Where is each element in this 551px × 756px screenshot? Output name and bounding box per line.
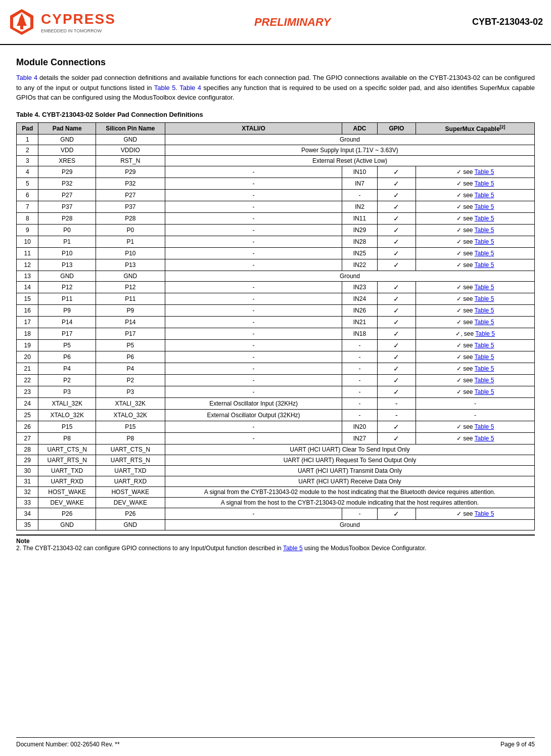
table-row: 5P32P32-IN7✓✓ see Table 5 — [17, 177, 535, 189]
cell-gpio: ✓ — [377, 508, 416, 519]
cell-xtal: - — [165, 224, 342, 236]
table5-super-link[interactable]: Table 5 — [475, 377, 494, 384]
table5-super-link[interactable]: Table 5 — [475, 238, 494, 245]
cell-supermux: - — [416, 409, 535, 421]
table5-super-link[interactable]: Table 5 — [475, 319, 494, 326]
table5-super-link[interactable]: Table 5 — [475, 423, 494, 430]
cell-pad: 1 — [17, 134, 38, 145]
table5-super-link[interactable]: Table 5 — [475, 435, 494, 442]
table5-super-link[interactable]: Table 5 — [475, 510, 494, 517]
cell-pad: 19 — [17, 339, 38, 351]
col-supermux: SuperMux Capable[2] — [416, 122, 535, 134]
cell-pad-name: XTALI_32K — [38, 397, 96, 409]
table5-super-link[interactable]: Table 5 — [475, 330, 495, 337]
cell-adc: IN25 — [342, 247, 377, 259]
table5-super-link[interactable]: Table 5 — [475, 192, 494, 199]
cell-pad: 4 — [17, 166, 38, 177]
cell-silicon-pin: XTALO_32K — [96, 409, 165, 421]
cell-silicon-pin: P2 — [96, 374, 165, 386]
cell-silicon-pin: HOST_WAKE — [96, 486, 165, 497]
cell-pad-name: P13 — [38, 259, 96, 271]
cell-span-description: UART (HCI UART) Transmit Data Only — [165, 465, 534, 476]
table5-super-link[interactable]: Table 5 — [475, 215, 494, 222]
table5-super-link[interactable]: Table 5 — [475, 203, 494, 210]
cell-pad-name: P14 — [38, 316, 96, 328]
cell-xtal: - — [165, 508, 342, 519]
cell-pad: 30 — [17, 465, 38, 476]
table5-super-link[interactable]: Table 5 — [475, 227, 494, 234]
cell-pad-name: P0 — [38, 224, 96, 236]
table4-link2[interactable]: Table 4 — [179, 84, 201, 92]
table-row: 16P9P9-IN26✓✓ see Table 5 — [17, 304, 535, 316]
table5-super-link[interactable]: Table 5 — [475, 365, 494, 372]
cell-silicon-pin: GND — [96, 519, 165, 530]
table-row: 9P0P0-IN29✓✓ see Table 5 — [17, 224, 535, 236]
cell-supermux: ✓ see Table 5 — [416, 224, 535, 236]
table-row: 18P17P17-IN18✓✓, see Table 5 — [17, 328, 535, 339]
cell-xtal: - — [165, 281, 342, 293]
cell-gpio: ✓ — [377, 259, 416, 271]
note-title: Note — [16, 538, 30, 545]
cell-silicon-pin: P1 — [96, 236, 165, 247]
cell-silicon-pin: P0 — [96, 224, 165, 236]
col-silicon-pin: Silicon Pin Name — [96, 122, 165, 134]
cell-silicon-pin: P29 — [96, 166, 165, 177]
cell-span-description: A signal from the host to the CYBT-21304… — [165, 497, 534, 508]
cell-xtal: - — [165, 304, 342, 316]
cell-pad: 33 — [17, 497, 38, 508]
cell-xtal: - — [165, 386, 342, 397]
cell-gpio: ✓ — [377, 189, 416, 201]
cell-pad: 22 — [17, 374, 38, 386]
svg-rect-3 — [20, 26, 23, 29]
col-adc: ADC — [342, 122, 377, 134]
cell-gpio: ✓ — [377, 236, 416, 247]
cell-adc: - — [342, 397, 377, 409]
cell-silicon-pin: P8 — [96, 432, 165, 444]
table5-super-link[interactable]: Table 5 — [475, 353, 494, 361]
table5-super-link[interactable]: Table 5 — [475, 295, 494, 302]
cell-pad-name: P10 — [38, 247, 96, 259]
cell-gpio: ✓ — [377, 177, 416, 189]
page-footer: Document Number: 002-26540 Rev. ** Page … — [16, 737, 535, 748]
cell-gpio: ✓ — [377, 339, 416, 351]
cell-supermux: ✓ see Table 5 — [416, 432, 535, 444]
cell-silicon-pin: UART_TXD — [96, 465, 165, 476]
cell-pad-name: XTALO_32K — [38, 409, 96, 421]
cell-pad-name: UART_TXD — [38, 465, 96, 476]
cell-xtal: - — [165, 339, 342, 351]
table5-super-link[interactable]: Table 5 — [475, 388, 494, 395]
table5-super-link[interactable]: Table 5 — [475, 261, 494, 269]
table-row: 2VDDVDDIOPower Supply Input (1.71V ~ 3.6… — [17, 145, 535, 155]
cell-pad: 11 — [17, 247, 38, 259]
cell-supermux: ✓ see Table 5 — [416, 339, 535, 351]
cell-xtal: - — [165, 351, 342, 363]
cell-silicon-pin: DEV_WAKE — [96, 497, 165, 508]
cell-supermux: ✓ see Table 5 — [416, 177, 535, 189]
col-gpio: GPIO — [377, 122, 416, 134]
cell-xtal: - — [165, 316, 342, 328]
table5-note-link[interactable]: Table 5 — [283, 545, 303, 552]
table-row: 10P1P1-IN28✓✓ see Table 5 — [17, 236, 535, 247]
table5-super-link[interactable]: Table 5 — [475, 307, 494, 314]
table5-link1[interactable]: Table 5 — [154, 84, 176, 92]
table5-super-link[interactable]: Table 5 — [475, 284, 494, 291]
table5-super-link[interactable]: Table 5 — [475, 168, 494, 175]
table-row: 14P12P12-IN23✓✓ see Table 5 — [17, 281, 535, 293]
table5-super-link[interactable]: Table 5 — [475, 342, 494, 349]
table4-link1[interactable]: Table 4 — [16, 74, 37, 81]
cell-xtal: - — [165, 166, 342, 177]
cell-pad-name: P11 — [38, 293, 96, 304]
table5-super-link[interactable]: Table 5 — [475, 180, 494, 187]
cell-xtal: - — [165, 259, 342, 271]
table-row: 27P8P8-IN27✓✓ see Table 5 — [17, 432, 535, 444]
table-caption: Table 4. CYBT-213043-02 Solder Pad Conne… — [16, 111, 535, 118]
table5-super-link[interactable]: Table 5 — [475, 250, 494, 257]
cell-pad-name: P37 — [38, 201, 96, 212]
table-row: 3XRESRST_NExternal Reset (Active Low) — [17, 155, 535, 166]
cell-silicon-pin: P4 — [96, 363, 165, 374]
company-tagline: EMBEDDED IN TOMORROW — [41, 28, 116, 33]
cell-pad-name: DEV_WAKE — [38, 497, 96, 508]
cell-adc: - — [342, 363, 377, 374]
cell-pad-name: P5 — [38, 339, 96, 351]
cell-pad: 26 — [17, 421, 38, 432]
